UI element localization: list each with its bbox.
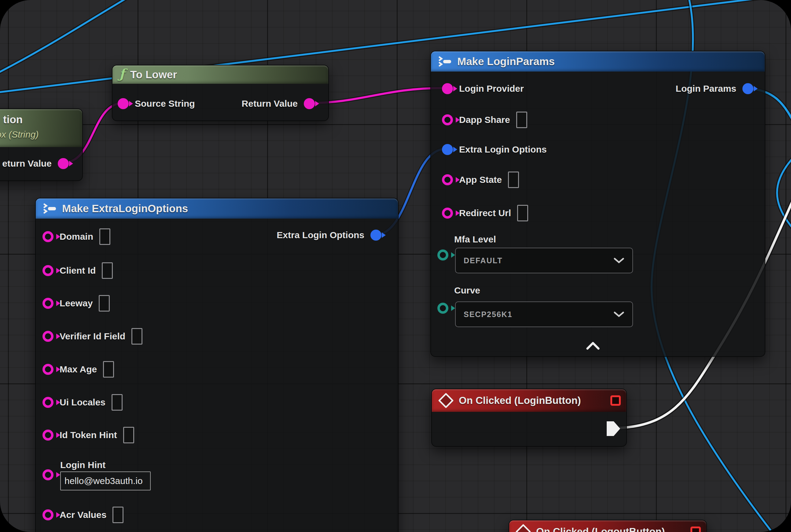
login-hint-pin[interactable] xyxy=(42,469,54,480)
node-make-extra-title: Make ExtraLoginOptions xyxy=(62,203,188,215)
verifier-id-field-value-box[interactable] xyxy=(131,328,142,345)
node-get-text-subtitle: ox (String) xyxy=(0,129,39,140)
max-age-pin[interactable] xyxy=(42,364,54,375)
leeway-value-box[interactable] xyxy=(99,295,110,311)
node-make-extra-header[interactable]: Make ExtraLoginOptions xyxy=(36,198,398,218)
id-token-hint-pin[interactable] xyxy=(42,430,54,441)
pin-row-leeway: Leeway xyxy=(42,294,110,313)
pin-label-dapp-share: Dapp Share xyxy=(459,115,510,125)
pin-label-return-value: Return Value xyxy=(242,98,298,109)
pin-row-verifier-id-field: Verifier Id Field xyxy=(42,327,142,346)
mfa-level-dropdown[interactable]: DEFAULT xyxy=(455,248,633,273)
graph-canvas[interactable]: tion ox (String) eturn Value ƒ To Lower … xyxy=(0,0,791,532)
pin-row-login-provider: Login Provider xyxy=(442,79,524,98)
client-id-value-box[interactable] xyxy=(102,262,113,279)
verifier-id-field-pin[interactable] xyxy=(42,331,54,342)
domain-value-box[interactable] xyxy=(99,228,110,245)
pin-label-source-string: Source String xyxy=(135,98,195,109)
node-on-clicked-login[interactable]: On Clicked (LoginButton) xyxy=(431,388,627,447)
pin-row-extra-login-options-out: Extra Login Options xyxy=(276,226,382,245)
ui-locales-value-box[interactable] xyxy=(112,394,122,411)
event-icon xyxy=(516,524,531,532)
return-value-pin[interactable] xyxy=(58,158,69,169)
event-stop-icon[interactable] xyxy=(610,395,621,406)
exec-output-pin[interactable] xyxy=(607,421,620,436)
login-params-output-pin[interactable] xyxy=(742,83,753,94)
pin-label-return-value-partial: eturn Value xyxy=(2,158,52,169)
node-to-lower-title: To Lower xyxy=(130,69,177,81)
pin-label-extra-login-options-out: Extra Login Options xyxy=(276,230,364,240)
pin-label-app-state: App State xyxy=(459,175,502,185)
redirect-url-value-box[interactable] xyxy=(517,205,528,221)
pin-label-redirect-url: Redirect Url xyxy=(459,208,511,218)
pin-row-dapp-share: Dapp Share xyxy=(442,110,527,129)
extra-login-options-output-pin[interactable] xyxy=(370,230,382,241)
domain-pin[interactable] xyxy=(42,231,54,242)
max-age-value-box[interactable] xyxy=(103,361,114,378)
node-make-login-params-title: Make LoginParams xyxy=(457,55,555,68)
app-state-value-box[interactable] xyxy=(508,172,519,188)
source-string-pin[interactable] xyxy=(118,98,129,109)
pin-row-redirect-url: Redirect Url xyxy=(442,204,528,223)
pin-row-acr-values: Acr Values xyxy=(42,506,123,524)
node-on-clicked-logout-header[interactable]: On Clicked (LogoutButton) xyxy=(509,520,706,532)
node-make-login-params[interactable]: Make LoginParams Login Provider Login Pa… xyxy=(430,51,765,357)
node-get-text-partial[interactable]: tion ox (String) eturn Value xyxy=(0,109,83,181)
pin-label-max-age: Max Age xyxy=(60,364,97,375)
login-provider-pin[interactable] xyxy=(442,83,453,94)
make-struct-icon xyxy=(438,55,452,68)
dapp-share-pin[interactable] xyxy=(442,114,453,125)
curve-dropdown[interactable]: SECP256K1 xyxy=(455,302,633,327)
redirect-url-pin[interactable] xyxy=(442,208,453,218)
pin-row-app-state: App State xyxy=(442,170,519,189)
pin-row-return-value-partial: eturn Value xyxy=(2,154,69,173)
event-stop-icon[interactable] xyxy=(691,527,701,532)
pin-label-login-params: Login Params xyxy=(676,83,736,94)
node-on-clicked-logout[interactable]: On Clicked (LogoutButton) xyxy=(508,520,707,532)
pin-row-source-string: Source String xyxy=(118,94,195,113)
collapse-node-chevron-icon[interactable] xyxy=(585,341,600,350)
pin-label-extra-login-options-in: Extra Login Options xyxy=(459,144,547,155)
curve-value: SECP256K1 xyxy=(464,310,513,319)
pin-label-id-token-hint: Id Token Hint xyxy=(60,430,117,440)
pin-row-login-params-out: Login Params xyxy=(676,79,753,98)
pin-label-domain: Domain xyxy=(60,231,93,242)
curve-pin[interactable] xyxy=(437,303,448,314)
login-hint-input[interactable] xyxy=(60,472,151,490)
extra-login-options-input-pin[interactable] xyxy=(442,144,453,155)
pin-row-ui-locales: Ui Locales xyxy=(42,393,122,412)
pin-label-login-provider: Login Provider xyxy=(459,83,524,94)
mfa-level-pin[interactable] xyxy=(437,249,448,261)
pin-row-max-age: Max Age xyxy=(42,360,114,379)
node-on-clicked-logout-title: On Clicked (LogoutButton) xyxy=(536,526,665,532)
node-to-lower[interactable]: ƒ To Lower Source String Return Value xyxy=(112,65,329,121)
function-icon: ƒ xyxy=(119,68,125,80)
node-to-lower-header[interactable]: ƒ To Lower xyxy=(113,65,328,84)
pin-row-domain: Domain xyxy=(42,227,110,246)
chevron-down-icon xyxy=(613,311,624,318)
node-on-clicked-login-header[interactable]: On Clicked (LoginButton) xyxy=(432,389,626,412)
return-value-pin[interactable] xyxy=(304,98,315,109)
node-make-extra-login-options[interactable]: Make ExtraLoginOptions Extra Login Optio… xyxy=(35,198,399,532)
pin-row-client-id: Client Id xyxy=(42,261,113,280)
leeway-pin[interactable] xyxy=(42,298,54,309)
node-get-text-title: tion xyxy=(3,113,23,126)
client-id-pin[interactable] xyxy=(42,265,54,276)
dapp-share-value-box[interactable] xyxy=(516,112,527,128)
id-token-hint-value-box[interactable] xyxy=(123,427,134,443)
pin-label-curve: Curve xyxy=(454,285,480,296)
acr-values-pin[interactable] xyxy=(42,509,54,520)
node-get-text-header[interactable]: tion ox (String) xyxy=(0,109,82,147)
ui-locales-pin[interactable] xyxy=(42,397,54,408)
chevron-down-icon xyxy=(613,257,624,264)
app-state-pin[interactable] xyxy=(442,174,453,185)
acr-values-value-box[interactable] xyxy=(113,507,123,523)
pin-row-id-token-hint: Id Token Hint xyxy=(42,425,134,444)
pin-label-ui-locales: Ui Locales xyxy=(60,397,105,407)
node-make-login-params-header[interactable]: Make LoginParams xyxy=(431,51,765,72)
pin-row-extra-login-options-in: Extra Login Options xyxy=(442,140,547,159)
pin-label-acr-values: Acr Values xyxy=(60,510,107,520)
blueprint-editor: tion ox (String) eturn Value ƒ To Lower … xyxy=(0,0,791,532)
pin-label-login-hint: Login Hint xyxy=(60,460,105,470)
pin-label-verifier-id-field: Verifier Id Field xyxy=(60,331,125,342)
